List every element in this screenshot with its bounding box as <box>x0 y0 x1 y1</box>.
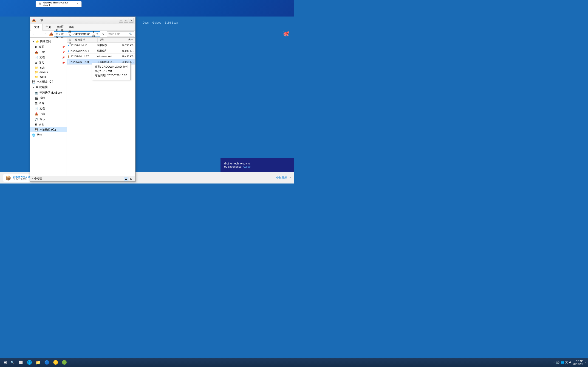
breadcrumb-admin[interactable]: Administrator <box>73 32 90 35</box>
sidebar-item-macbook[interactable]: 💻 李涛进的MacBook <box>30 90 67 95</box>
sidebar-item-drivers[interactable]: 📁 drivers <box>30 70 67 75</box>
show-all-downloads-btn[interactable]: 全部显示 <box>276 176 287 180</box>
quickaccess-label: 快速访问 <box>40 40 51 43</box>
music-icon: 🎵 <box>35 118 38 121</box>
tooltip-type-label: 类型: <box>95 65 101 68</box>
network-label: 网络 <box>37 133 42 137</box>
docs1-pin: 📌 <box>62 56 65 59</box>
sidebar-quickaccess-header[interactable]: ▼ ⭐ 快速访问 <box>30 39 67 44</box>
file-name-cell-3: 📄 未确认 145902.crdownload <box>67 60 69 64</box>
tooltip-date-label: 修改日期: <box>95 74 106 77</box>
sidebar-item-docs1[interactable]: 📄 文档 📌 <box>30 55 67 60</box>
docs1-icon: 📄 <box>35 56 38 59</box>
work-folder-icon: 📁 <box>35 75 38 78</box>
breadcrumb-download[interactable]: 下载 <box>92 30 95 38</box>
file-type-1: 应用程序 <box>95 49 117 52</box>
tab-gradle[interactable]: 🐘 Gradle | Thank you for downlo... ✕ <box>36 1 82 7</box>
gradle-nav-guides[interactable]: Guides <box>152 21 161 24</box>
fe-search-input[interactable] <box>108 33 129 35</box>
sidebar-item-desktop2[interactable]: 🖥 桌面 <box>30 122 67 127</box>
table-row[interactable]: 🔷 Git-2.27.0-32-bit.exe 2020/7/12 0:10 应… <box>67 43 135 48</box>
fe-breadcrumb[interactable]: 此电脑 › 本地磁盘 (C:) › 用户 › Administrator › 下… <box>54 31 100 36</box>
table-row[interactable]: 🔷 Git-2.27.0-64-bit.exe 2020/7/12 22:24 … <box>67 48 135 54</box>
sidebar-item-localdisk1[interactable]: 💾 本地磁盘 (C:) <box>30 79 67 84</box>
file-size-0: 46,730 KB <box>117 44 136 47</box>
tooltip-type-value: CRDOWNLOAD 文件 <box>102 65 128 68</box>
pictures-icon: 🖼 <box>35 102 37 105</box>
thispc-expand-icon: ▼ <box>32 86 35 89</box>
col-header-type[interactable]: 类型 <box>98 38 118 42</box>
view-grid-btn[interactable]: ⊞ <box>129 177 133 181</box>
download1-pin: 📌 <box>62 51 65 53</box>
breadcrumb-dropdown[interactable]: ▼ <box>96 33 98 35</box>
sidebar-item-download1[interactable]: 📥 下载 📌 <box>30 50 67 55</box>
table-row[interactable]: 📦 TortoiseGit-2.10.0.2-64bit.msi 2020/7/… <box>67 54 135 59</box>
fe-refresh-btn[interactable]: ↻ <box>101 31 106 36</box>
download1-label: 下载 <box>40 50 45 54</box>
ribbon-tab-file[interactable]: 文件 <box>31 24 43 31</box>
download-bar-close-btn[interactable]: ✕ <box>289 176 291 180</box>
gradle-nav-build-scan[interactable]: Build Scan <box>165 21 178 24</box>
pictures-label: 图片 <box>39 101 44 105</box>
sidebar-item-localdisk-active[interactable]: 💾 本地磁盘 (C:) <box>30 127 67 132</box>
tooltip-size-label: 大小: <box>95 69 101 73</box>
ssh-folder-icon: 📁 <box>35 66 38 69</box>
breadcrumb-sep3: › <box>72 33 73 35</box>
fe-forward-btn[interactable]: → <box>37 31 43 36</box>
fe-address-bar: ← → ↑ 📥 此电脑 › 本地磁盘 (C:) › 用户 › Administr… <box>30 31 135 38</box>
desktop2-label: 桌面 <box>39 123 44 126</box>
file-date-1: 2020/7/12 22:24 <box>69 50 95 52</box>
breadcrumb-sep4: › <box>91 33 91 35</box>
file-explorer-window: 📥 下载 ─ □ ✕ 文件 主页 共享 <box>30 17 136 182</box>
sidebar-thispc-header[interactable]: ▼ 🖥 此电脑 <box>30 84 67 90</box>
videos-label: 视频 <box>40 96 45 100</box>
pics1-label: 图片 <box>39 61 44 65</box>
fe-up-btn[interactable]: ↑ <box>43 31 48 36</box>
desktop1-label: 桌面 <box>39 45 44 49</box>
breadcrumb-users[interactable]: 用户 <box>68 30 71 38</box>
view-list-btn[interactable]: ☰ <box>124 177 128 181</box>
work-label: Work <box>40 75 46 78</box>
ribbon-tab-view[interactable]: 查看 <box>65 24 77 30</box>
sidebar-item-network[interactable]: 🌐 网络 <box>30 132 67 138</box>
ribbon-tab-home[interactable]: 主页 <box>43 24 54 30</box>
localdisk-active-icon: 💾 <box>35 128 38 131</box>
file-name-cell-1: 🔷 Git-2.27.0-64-bit.exe <box>67 49 69 53</box>
statusbar-count: 4 个项目 <box>32 177 43 181</box>
sidebar-item-pictures[interactable]: 🖼 图片 <box>30 101 67 106</box>
sidebar-item-desktop1[interactable]: 🖥 桌面 📌 <box>30 44 67 50</box>
quickaccess-star-icon: ⭐ <box>36 40 39 43</box>
fe-search-box[interactable]: 🔍 <box>107 31 134 36</box>
tab-gradle-close[interactable]: ✕ <box>77 2 78 5</box>
localdisk-active-label: 本地磁盘 (C:) <box>40 128 56 132</box>
fe-close-btn[interactable]: ✕ <box>129 18 133 23</box>
file-date-3: 2020/7/26 10:30 <box>69 60 95 63</box>
fe-title-text: 下载 <box>38 18 118 22</box>
col-header-date[interactable]: 修改日期 <box>73 38 98 42</box>
col-header-size[interactable]: 大小 <box>118 38 135 42</box>
sidebar-item-music[interactable]: 🎵 音乐 <box>30 117 67 122</box>
sidebar-item-documents[interactable]: 📄 文档 <box>30 106 67 111</box>
sidebar-item-videos[interactable]: 🎬 视频 <box>30 95 67 101</box>
fe-location-icon: 📥 <box>49 32 53 36</box>
sidebar-item-ssh[interactable]: 📁 .ssh <box>30 65 67 70</box>
github-icon[interactable]: 🐙 <box>283 30 289 37</box>
pics1-icon: 🖼 <box>35 61 37 65</box>
macbook-icon: 💻 <box>35 91 38 94</box>
sidebar-item-downloads[interactable]: 📥 下载 <box>30 111 67 117</box>
col-header-name[interactable]: 名称 <box>67 38 73 42</box>
quickaccess-expand-icon: ▼ <box>32 40 35 43</box>
desktop1-pin: 📌 <box>62 46 65 48</box>
gradle-nav-docs[interactable]: Docs <box>142 21 149 24</box>
fe-minimize-btn[interactable]: ─ <box>119 18 123 23</box>
fe-maximize-btn[interactable]: □ <box>124 18 128 23</box>
fe-back-btn[interactable]: ← <box>32 31 36 36</box>
tab-gradle-favicon: 🐘 <box>39 2 42 5</box>
fe-filelist-header: 名称 修改日期 类型 大小 <box>67 38 135 43</box>
breadcrumb-sep1: › <box>59 33 60 35</box>
sidebar-item-pics1[interactable]: 🖼 图片 📌 <box>30 60 67 65</box>
sidebar-item-work[interactable]: 📁 Work <box>30 75 67 79</box>
thispc-label: 此电脑 <box>39 85 48 89</box>
file-type-0: 应用程序 <box>95 44 117 47</box>
tooltip-size-row: 大小: 97.6 MB <box>95 69 128 73</box>
